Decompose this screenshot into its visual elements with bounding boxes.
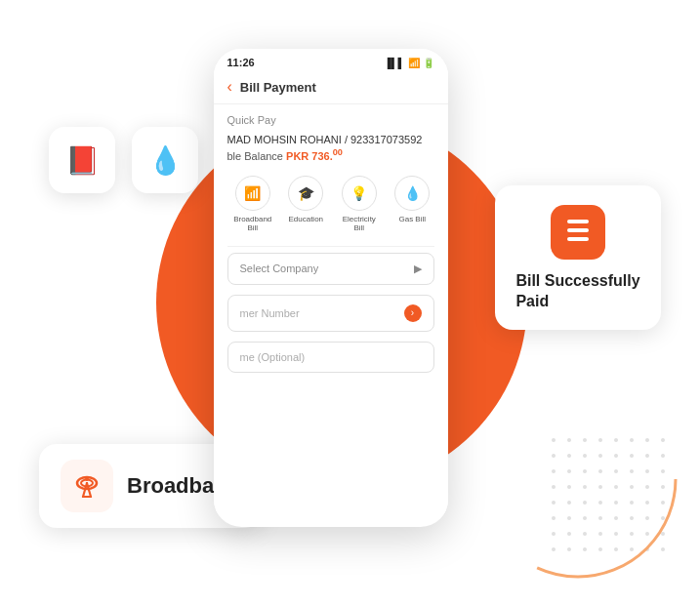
svg-rect-2: [567, 228, 589, 232]
phone-mockup: 11:26 ▐▌▌ 📶 🔋 ‹ Bill Payment Quick Pay M…: [214, 49, 448, 527]
status-bar: 11:26 ▐▌▌ 📶 🔋: [214, 49, 448, 72]
svg-rect-1: [567, 220, 589, 223]
success-text-line1: Bill Successfully: [515, 272, 639, 289]
success-icon-box: [551, 205, 605, 260]
nickname-field[interactable]: me (Optional): [227, 342, 434, 373]
customer-number-icon: ›: [404, 304, 422, 322]
wifi-icon: 📶: [408, 58, 420, 68]
user-name: MAD MOHSIN ROHANI / 923317073592: [227, 134, 434, 145]
battery-icon: 🔋: [423, 58, 434, 68]
divider: [227, 246, 434, 247]
arrow-right-icon: ›: [411, 307, 414, 318]
category-gas[interactable]: 💧 Gas Bill: [394, 176, 430, 232]
electricity-label: Electricity Bill: [338, 215, 381, 232]
customer-number-field[interactable]: mer Number ›: [227, 295, 434, 332]
status-time: 11:26: [227, 57, 255, 68]
status-icons: ▐▌▌ 📶 🔋: [384, 58, 433, 68]
gas-label: Gas Bill: [398, 215, 426, 223]
category-broadband[interactable]: 📶 Broadband Bill: [231, 176, 274, 232]
success-title: Bill Successfully Paid: [515, 271, 639, 312]
balance-amount: PKR 736.00: [286, 150, 343, 162]
balance-row: ble Balance PKR 736.00: [227, 147, 434, 162]
success-card: Bill Successfully Paid: [495, 185, 661, 330]
select-company-placeholder: Select Company: [240, 263, 319, 274]
education-label: Education: [288, 215, 323, 223]
quick-pay-label: Quick Pay: [227, 114, 434, 126]
customer-number-placeholder: mer Number: [240, 307, 300, 319]
balance-label: ble Balance: [227, 150, 284, 162]
category-electricity[interactable]: 💡 Electricity Bill: [338, 176, 381, 232]
svg-rect-3: [567, 237, 589, 241]
electricity-icon: 💡: [342, 176, 377, 211]
header-title: Bill Payment: [240, 80, 316, 95]
book-icon: 📕: [65, 144, 100, 177]
drop-icon: 💧: [148, 144, 183, 177]
svg-point-0: [480, 382, 676, 577]
bill-list-icon: [563, 216, 593, 249]
bill-categories: 📶 Broadband Bill 🎓 Education 💡 Electrici…: [227, 176, 434, 232]
select-company-dropdown[interactable]: Select Company ▶: [227, 253, 434, 285]
wifi-tower-icon: [70, 469, 103, 503]
education-icon: 🎓: [288, 176, 323, 211]
phone-content: Quick Pay MAD MOHSIN ROHANI / 9233170735…: [214, 104, 448, 514]
svg-point-9: [85, 477, 89, 481]
back-button[interactable]: ‹: [227, 78, 232, 96]
broadband-label: Broadband Bill: [231, 215, 274, 232]
signal-icon: ▐▌▌: [384, 58, 404, 68]
gas-icon: 💧: [394, 176, 430, 211]
broadband-icon: 📶: [235, 176, 270, 211]
category-education[interactable]: 🎓 Education: [288, 176, 323, 232]
drop-card: 💧: [132, 127, 198, 193]
broadband-card-icon-box: [61, 460, 113, 512]
orange-arc-decoration: [471, 372, 685, 586]
book-card: 📕: [49, 127, 115, 193]
chevron-right-icon: ▶: [414, 263, 422, 275]
nickname-placeholder: me (Optional): [240, 351, 306, 363]
phone-header: ‹ Bill Payment: [214, 72, 448, 104]
success-text-line2: Paid: [515, 293, 549, 309]
